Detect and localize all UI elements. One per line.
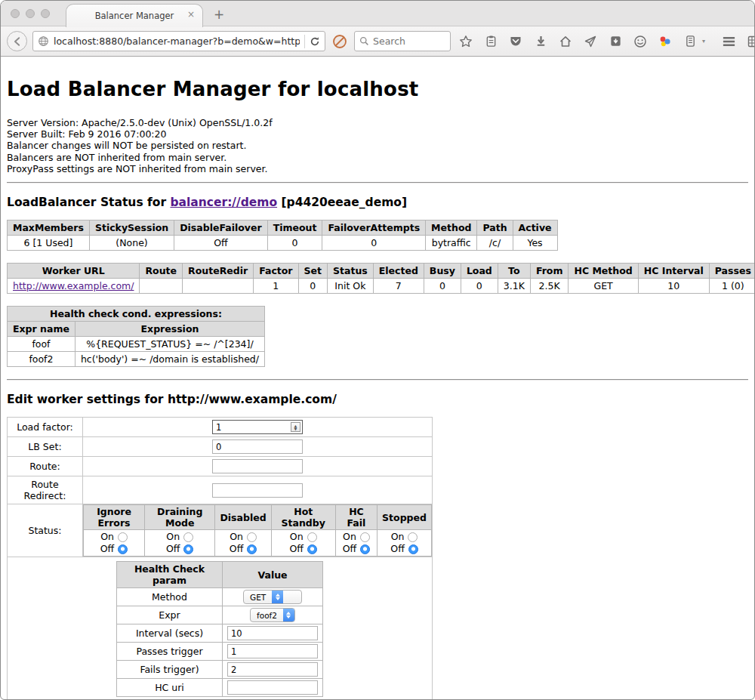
home-icon[interactable] [556, 32, 575, 51]
header-ignore-errors: Ignore Errors [84, 505, 145, 530]
menu-hamburger-icon[interactable] [719, 32, 738, 51]
header-hc-value: Value [223, 562, 323, 588]
hc-passes-input[interactable] [227, 644, 318, 658]
hc-fails-label: Fails trigger) [117, 661, 223, 679]
url-bar[interactable] [32, 31, 325, 51]
header-disabled: Disabled [215, 505, 271, 530]
server-built-line: Server Built: Feb 9 2016 07:00:20 [7, 128, 748, 140]
edit-worker-form: Load factor: ▲▼ LB Set: Route: Route Red… [7, 417, 433, 700]
header-hc-param: Health Check param [117, 562, 223, 588]
header-timeout: Timeout [267, 220, 322, 236]
header-busy: Busy [424, 264, 461, 279]
send-tab-icon[interactable] [581, 32, 600, 51]
search-input[interactable] [373, 35, 437, 47]
number-spinner-icon[interactable]: ▲▼ [291, 422, 300, 432]
hc-row-expr: Expr foof2 [117, 606, 323, 624]
radio-hot-standby-off[interactable] [307, 544, 317, 554]
on-label: On [100, 531, 114, 543]
search-bar[interactable] [354, 31, 451, 51]
cell-passes: 1 (0) [709, 279, 755, 294]
hc-row-passes: Passes trigger [117, 643, 323, 661]
hc-interval-input[interactable] [227, 626, 318, 640]
on-label: On [391, 531, 405, 543]
balancer-demo-link[interactable]: balancer://demo [170, 196, 277, 209]
radio-disabled-off[interactable] [247, 544, 257, 554]
tab-close-icon[interactable]: × [187, 9, 195, 20]
container-extension-icon[interactable] [680, 32, 700, 51]
tab-balancer-manager[interactable]: Balancer Manager × [66, 4, 203, 27]
hc-fails-input[interactable] [227, 662, 318, 677]
back-arrow-icon [12, 36, 23, 47]
new-tab-button[interactable]: + [214, 7, 224, 22]
color-dots-extension-icon[interactable] [655, 32, 675, 51]
bookmark-star-icon[interactable] [456, 32, 476, 51]
url-input[interactable] [54, 35, 300, 47]
off-label: Off [166, 543, 180, 555]
cell-busy: 0 [424, 279, 461, 294]
header-hot-standby: Hot Standby [271, 505, 335, 530]
divider [7, 379, 748, 381]
content-blocker-icon[interactable] [331, 32, 349, 51]
radio-disabled-on[interactable] [247, 532, 257, 542]
save-to-device-icon[interactable] [606, 32, 625, 51]
radio-ignore-errors-off[interactable] [118, 544, 128, 554]
radio-ignore-errors-on[interactable] [118, 532, 128, 542]
health-check-table: Health Check param Value Method GET Expr [116, 561, 323, 697]
load-factor-input[interactable] [212, 420, 303, 434]
hc-method-label: Method [117, 588, 223, 606]
header-worker-url: Worker URL [8, 264, 140, 279]
header-route: Route [140, 264, 183, 279]
header-routeredir: RouteRedir [183, 264, 254, 279]
header-stopped: Stopped [378, 505, 432, 530]
reload-icon[interactable] [310, 36, 320, 47]
zoom-window-button[interactable] [41, 9, 50, 18]
radio-hc-fail-off[interactable] [360, 544, 370, 554]
route-redirect-input[interactable] [212, 483, 303, 498]
table-header-row: Worker URL Route RouteRedir Factor Set S… [8, 264, 755, 279]
hc-expr-select[interactable]: foof2 [250, 608, 295, 622]
close-window-button[interactable] [11, 9, 20, 18]
hc-uri-input[interactable] [227, 680, 318, 695]
radio-stopped-off[interactable] [408, 544, 418, 554]
worker-row: http://www.example.com/ 1 0 Init Ok 7 0 … [8, 279, 755, 294]
reading-list-icon[interactable] [481, 32, 501, 51]
page-title: Load Balancer Manager for localhost [7, 78, 748, 100]
search-icon [359, 36, 369, 46]
minimize-window-button[interactable] [26, 9, 35, 18]
header-hc-fail: HC Fail [335, 505, 377, 530]
status-heading-suffix: [p4420eeae_demo] [277, 196, 407, 209]
radio-hc-fail-on[interactable] [360, 532, 370, 542]
radio-group-stopped: On Off [378, 530, 432, 557]
feedback-smiley-icon[interactable] [630, 32, 650, 51]
grid-pages-icon[interactable] [744, 32, 755, 51]
cell-failoverattempts: 0 [322, 236, 426, 251]
hc-expressions-table: Health check cond. expressions: Expr nam… [7, 306, 265, 367]
hc-expressions-title: Health check cond. expressions: [8, 307, 265, 322]
header-elected: Elected [373, 264, 424, 279]
lb-set-input[interactable] [212, 439, 303, 454]
radio-stopped-on[interactable] [408, 532, 418, 542]
server-version-line: Server Version: Apache/2.5.0-dev (Unix) … [7, 117, 748, 128]
back-button[interactable] [7, 31, 27, 51]
hc-passes-label: Passes trigger [117, 643, 223, 661]
radio-group-hc-fail: On Off [335, 530, 377, 557]
hc-method-select[interactable]: GET [243, 590, 302, 604]
radio-group-hot-standby: On Off [271, 530, 335, 557]
balancer-summary-table: MaxMembers StickySession DisableFailover… [7, 220, 558, 251]
header-expr-name: Expr name [8, 322, 76, 337]
route-input[interactable] [212, 459, 303, 473]
table-row: 6 [1 Used] (None) Off 0 0 bytraffic /c/ … [8, 236, 558, 251]
caret-down-icon[interactable]: ▾ [702, 38, 705, 45]
radio-hot-standby-on[interactable] [307, 532, 317, 542]
worker-url-link[interactable]: http://www.example.com/ [13, 280, 134, 291]
radio-draining-mode-off[interactable] [183, 544, 193, 554]
pocket-icon[interactable] [506, 32, 525, 51]
on-label: On [230, 531, 243, 543]
radio-draining-mode-on[interactable] [183, 532, 193, 542]
select-stepper-icon [283, 608, 294, 622]
downloads-icon[interactable] [531, 32, 550, 51]
radio-group-draining-mode: On Off [145, 530, 215, 557]
loadbalancer-status-heading: LoadBalancer Status for balancer://demo … [7, 196, 748, 209]
form-row-route-redirect: Route Redirect: [8, 476, 433, 504]
window-controls [11, 9, 50, 18]
